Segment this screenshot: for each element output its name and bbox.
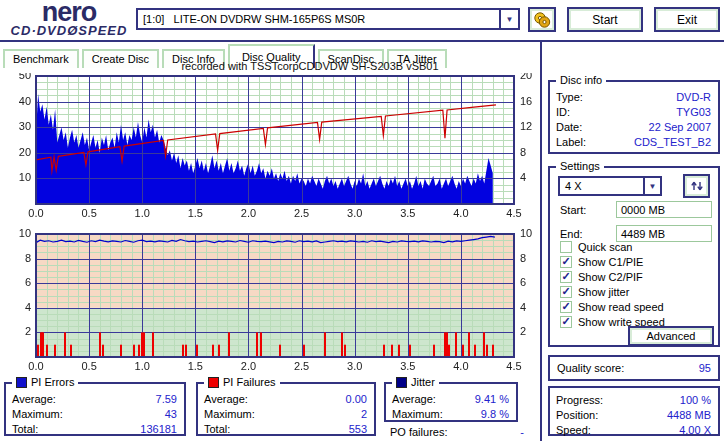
start-position-label: Start: [560,204,586,216]
disc-scan-button[interactable] [528,7,556,32]
settings-title: Settings [556,160,604,172]
gold-discs-icon [533,11,551,29]
nero-logo: nero CD·DVDØSPEED [4,1,134,37]
checkbox-quick-scan[interactable]: Quick scan [560,240,632,253]
settings-group: Settings 4 X ▼ Start: 0000 MB End: 4489 … [548,166,720,347]
header-divider [0,40,724,42]
chevron-down-icon[interactable]: ▼ [643,178,660,194]
pi-errors-total-row: Total:136181 [12,423,177,438]
pi-errors-title: PI Errors [31,376,74,388]
checkbox-box[interactable]: ✓ [560,316,572,328]
jitter-average-row: Average:9.41 % [392,393,509,408]
progress-box: Progress:100 % Position:4488 MB Speed:4.… [548,386,720,436]
refresh-disc-button[interactable] [683,174,710,198]
jitter-stats-box: Jitter Average:9.41 % Maximum:9.8 % [384,382,518,422]
nero-cd-dvd-speed-window: nero CD·DVDØSPEED [1:0] LITE-ON DVDRW SH… [0,0,724,441]
drive-select[interactable]: [1:0] LITE-ON DVDRW SHM-165P6S MS0R ▼ [136,8,520,30]
disc-date-row: Date:22 Sep 2007 [556,121,711,136]
disc-glyph-icon: Ø [67,23,78,38]
pi-failures-stats-box: PI Failures Average:0.00 Maximum:2 Total… [196,382,376,436]
advanced-button[interactable]: Advanced [628,326,714,346]
jitter-title: Jitter [411,376,435,388]
checkbox-show-jitter[interactable]: ✓Show jitter [560,285,629,298]
pi-failures-swatch-icon [208,377,219,388]
exit-button[interactable]: Exit [654,7,720,32]
checkbox-box[interactable]: ✓ [560,271,572,283]
disc-info-group: Disc info Type:DVD-R ID:TYG03 Date:22 Se… [548,80,720,154]
tab-benchmark[interactable]: Benchmark [3,49,79,68]
progress-row: Progress:100 % [556,394,711,409]
jitter-pif-chart-canvas [0,224,545,376]
quality-score-box: Quality score: 95 [548,355,720,381]
end-position-label: End: [560,228,583,240]
pi-failures-total-row: Total:553 [204,423,367,438]
po-failures-value: - [520,426,524,438]
pi-errors-stats-box: PI Errors Average:7.59 Maximum:43 Total:… [4,382,186,436]
checkbox-box[interactable] [560,241,572,253]
jitter-swatch-icon [396,377,407,388]
drive-select-value: [1:0] LITE-ON DVDRW SHM-165P6S MS0R [138,10,499,28]
start-position-input[interactable]: 0000 MB [616,201,712,218]
po-failures-label: PO failures: [390,426,520,438]
po-failures-row: PO failures: - [390,426,524,438]
pi-errors-swatch-icon [16,377,27,388]
pi-errors-chart-canvas [0,73,545,221]
quality-score-label: Quality score: [557,362,699,374]
position-row: Position:4488 MB [556,409,711,424]
jitter-maximum-row: Maximum:9.8 % [392,408,509,423]
disc-type-row: Type:DVD-R [556,91,711,106]
chart-title: recorded with TSSTcorpCDDVDW SH-S203B vS… [120,60,500,72]
pi-failures-average-row: Average:0.00 [204,393,367,408]
checkbox-show-read-speed[interactable]: ✓Show read speed [560,300,664,313]
pi-failures-maximum-row: Maximum:2 [204,408,367,423]
checkbox-show-c2-pif[interactable]: ✓Show C2/PIF [560,270,643,283]
disc-label-row: Label:CDS_TEST_B2 [556,136,711,151]
scan-speed-value: 4 X [560,178,643,194]
pi-errors-average-row: Average:7.59 [12,393,177,408]
speed-row: Speed:4.00 X [556,424,711,439]
checkbox-show-c1-pie[interactable]: ✓Show C1/PIE [560,255,643,268]
checkbox-box[interactable]: ✓ [560,286,572,298]
chevron-down-icon[interactable]: ▼ [499,10,518,28]
disc-info-title: Disc info [556,74,606,86]
disc-id-row: ID:TYG03 [556,106,711,121]
pi-errors-maximum-row: Maximum:43 [12,408,177,423]
pi-failures-title: PI Failures [223,376,276,388]
checkbox-box[interactable]: ✓ [560,301,572,313]
start-button[interactable]: Start [567,7,643,32]
scan-speed-select[interactable]: 4 X ▼ [558,176,662,196]
checkbox-box[interactable]: ✓ [560,256,572,268]
nero-logo-text: nero [4,1,134,24]
cd-dvd-speed-logo-text: CD·DVDØSPEED [4,24,134,37]
quality-score-value: 95 [699,362,711,374]
refresh-arrows-icon [690,179,704,193]
